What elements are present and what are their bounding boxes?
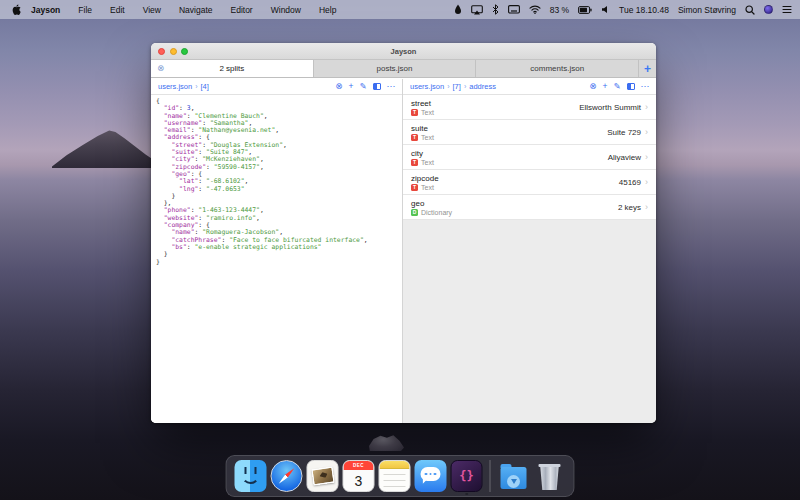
menu-navigate[interactable]: Navigate <box>170 5 222 15</box>
volume-icon[interactable] <box>601 5 610 14</box>
menu-bar: Jayson File Edit View Navigate Editor Wi… <box>0 0 800 19</box>
tab-label: posts.json <box>376 64 412 73</box>
droplet-icon[interactable] <box>454 4 462 15</box>
status-app-icon[interactable] <box>764 5 773 14</box>
split-view-icon[interactable] <box>627 83 635 90</box>
row-key: zipcode <box>411 174 439 183</box>
calendar-month: DEC <box>344 461 374 470</box>
desktop: Jayson File Edit View Navigate Editor Wi… <box>0 0 800 500</box>
window-title: Jayson <box>151 47 656 56</box>
row-type-label: Text <box>421 134 434 141</box>
title-bar[interactable]: Jayson <box>151 43 656 60</box>
calendar-dock-icon[interactable]: DEC 3 <box>343 460 375 492</box>
breadcrumb[interactable]: users.json › [7] › address <box>410 82 496 91</box>
edit-pencil-icon[interactable]: ✎ <box>359 82 366 91</box>
tab-2-splits[interactable]: ⊗ 2 splits <box>151 60 314 77</box>
messages-dock-icon[interactable] <box>415 460 447 492</box>
list-item-street[interactable]: street T Text Ellsworth Summit › <box>403 95 656 120</box>
row-type-label: Dictionary <box>421 209 452 216</box>
edit-pencil-icon[interactable]: ✎ <box>613 82 620 91</box>
tab-bar: ⊗ 2 splits posts.json comments.json + <box>151 60 656 78</box>
more-options-icon[interactable]: ⋯ <box>641 82 650 91</box>
breadcrumb-segment[interactable]: address <box>469 82 496 91</box>
row-type-label: Text <box>421 109 434 116</box>
close-split-icon[interactable]: ⊗ <box>589 82 596 91</box>
downloads-dock-icon[interactable] <box>498 460 530 492</box>
menu-window[interactable]: Window <box>262 5 310 15</box>
row-value: 45169 <box>619 178 641 187</box>
row-type-label: Text <box>421 159 434 166</box>
photos-dock-icon[interactable] <box>307 460 339 492</box>
type-text-badge-icon: T <box>411 109 418 116</box>
menu-file[interactable]: File <box>69 5 101 15</box>
row-key: street <box>411 99 434 108</box>
safari-dock-icon[interactable] <box>271 460 303 492</box>
chevron-right-icon: › <box>645 103 648 112</box>
airplay-display-icon[interactable] <box>471 5 483 15</box>
row-type-label: Text <box>421 184 434 191</box>
row-key: suite <box>411 124 434 133</box>
list-item-zipcode[interactable]: zipcode T Text 45169 › <box>403 170 656 195</box>
finder-dock-icon[interactable] <box>235 460 267 492</box>
chevron-right-icon: › <box>645 203 648 212</box>
tab-comments-json[interactable]: comments.json <box>476 60 639 77</box>
menu-edit[interactable]: Edit <box>101 5 134 15</box>
json-editor[interactable]: { "id": 3, "name": "Clementine Bauch", "… <box>151 95 402 423</box>
type-text-badge-icon: T <box>411 159 418 166</box>
menu-clock[interactable]: Tue 18.10.48 <box>619 5 669 15</box>
trash-dock-icon[interactable] <box>534 460 566 492</box>
left-breadcrumb-bar: users.json › [4] ⊗ + ✎ ⋯ <box>151 79 402 95</box>
menu-help[interactable]: Help <box>310 5 345 15</box>
tab-posts-json[interactable]: posts.json <box>314 60 477 77</box>
type-dictionary-badge-icon: D <box>411 209 418 216</box>
spotlight-search-icon[interactable] <box>745 5 755 15</box>
breadcrumb-segment[interactable]: users.json <box>410 82 444 91</box>
row-value: 2 keys <box>618 203 641 212</box>
menu-editor[interactable]: Editor <box>222 5 262 15</box>
split-view-icon[interactable] <box>373 83 381 90</box>
breadcrumb-segment[interactable]: [7] <box>453 82 461 91</box>
menu-user[interactable]: Simon Støvring <box>678 5 736 15</box>
add-icon[interactable]: + <box>602 82 607 91</box>
chevron-right-icon: › <box>195 83 197 90</box>
more-options-icon[interactable]: ⋯ <box>387 82 396 91</box>
running-indicator <box>465 493 468 496</box>
list-item-city[interactable]: city T Text Aliyaview › <box>403 145 656 170</box>
right-split-pane: users.json › [7] › address ⊗ + ✎ ⋯ <box>403 79 656 423</box>
add-icon[interactable]: + <box>348 82 353 91</box>
right-breadcrumb-bar: users.json › [7] › address ⊗ + ✎ ⋯ <box>403 79 656 95</box>
new-tab-button[interactable]: + <box>639 60 656 77</box>
breadcrumb-segment[interactable]: users.json <box>158 82 192 91</box>
breadcrumb[interactable]: users.json › [4] <box>158 82 209 91</box>
chevron-right-icon: › <box>645 178 648 187</box>
battery-icon[interactable] <box>578 6 592 14</box>
type-text-badge-icon: T <box>411 134 418 141</box>
bluetooth-icon[interactable] <box>492 4 499 15</box>
tab-label: 2 splits <box>219 64 244 73</box>
left-split-pane: users.json › [4] ⊗ + ✎ ⋯ { "id": 3, "nam… <box>151 79 403 423</box>
row-key: geo <box>411 199 452 208</box>
row-key: city <box>411 149 434 158</box>
jayson-logo-glyph: {} <box>459 469 473 483</box>
jayson-window: Jayson ⊗ 2 splits posts.json comments.js… <box>151 43 656 423</box>
notification-center-icon[interactable] <box>782 5 792 14</box>
notes-dock-icon[interactable] <box>379 460 411 492</box>
breadcrumb-segment[interactable]: [4] <box>201 82 209 91</box>
menu-view[interactable]: View <box>134 5 170 15</box>
wallpaper-island <box>52 128 156 168</box>
row-value: Aliyaview <box>608 153 641 162</box>
keyboard-icon[interactable] <box>508 5 520 14</box>
jayson-dock-icon[interactable]: {} <box>451 460 483 492</box>
menu-app-name[interactable]: Jayson <box>31 5 69 15</box>
row-value: Suite 729 <box>607 128 641 137</box>
list-item-geo[interactable]: geo D Dictionary 2 keys › <box>403 195 656 220</box>
apple-menu-icon[interactable] <box>11 4 22 16</box>
calendar-day: 3 <box>344 470 374 491</box>
tab-close-icon[interactable]: ⊗ <box>157 64 164 73</box>
list-item-suite[interactable]: suite T Text Suite 729 › <box>403 120 656 145</box>
dock-divider <box>490 460 491 492</box>
chevron-right-icon: › <box>645 128 648 137</box>
battery-percent: 83 % <box>550 5 569 15</box>
wifi-icon[interactable] <box>529 5 541 14</box>
close-split-icon[interactable]: ⊗ <box>335 82 342 91</box>
